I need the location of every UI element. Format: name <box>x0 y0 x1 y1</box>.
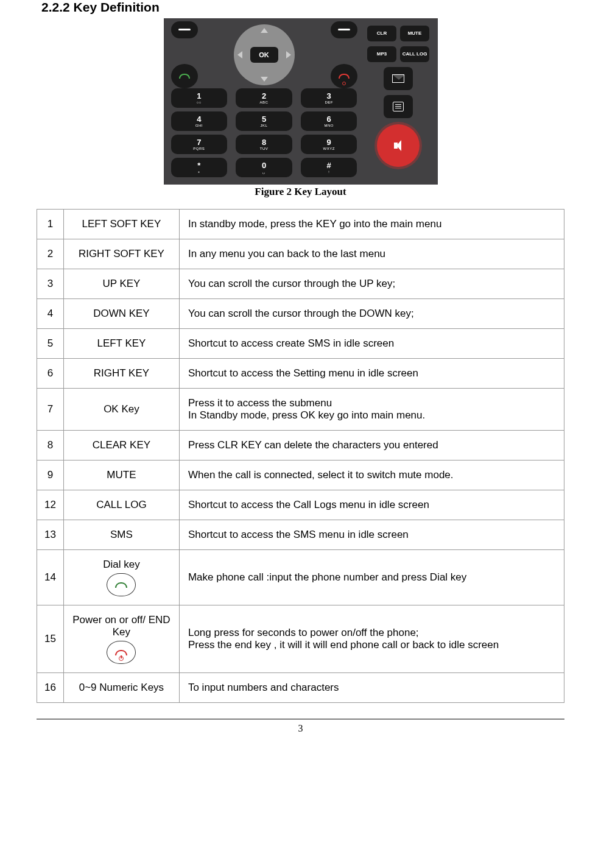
row-description: You can scroll the cursor through the DO… <box>179 299 564 329</box>
row-number: 12 <box>37 490 64 520</box>
numeric-key-*: *+ <box>171 158 228 177</box>
numeric-key-5: 5JKL <box>236 111 292 131</box>
row-number: 15 <box>37 605 64 673</box>
row-number: 14 <box>37 550 64 605</box>
row-number: 4 <box>37 299 64 329</box>
end-key-icon <box>331 64 357 88</box>
table-row: 4DOWN KEYYou can scroll the cursor throu… <box>37 299 564 329</box>
row-description: To input numbers and characters <box>179 673 564 703</box>
section-heading: 2.2.2 Key Definition <box>37 0 564 15</box>
row-key-name: CALL LOG <box>63 490 179 520</box>
keypad-figure: OK 1○○2ABC3DEF4GHI5JKL6MNO7PQRS8TUV9WXYZ… <box>37 18 564 185</box>
speaker-icon <box>394 140 402 151</box>
row-description: Press CLR KEY can delete the characters … <box>179 431 564 460</box>
table-row: 1LEFT SOFT KEYIn standby mode, press the… <box>37 210 564 239</box>
row-description: When the call is connected, select it to… <box>179 460 564 490</box>
row-description: Press it to access the submenu In Standb… <box>179 389 564 431</box>
row-number: 2 <box>37 239 64 269</box>
book-icon <box>393 102 404 111</box>
speaker-button <box>377 124 420 167</box>
row-number: 3 <box>37 269 64 299</box>
table-row: 14Dial keyMake phone call :input the pho… <box>37 550 564 605</box>
numeric-key-9: 9WXYZ <box>301 135 357 154</box>
row-number: 1 <box>37 210 64 239</box>
row-key-name: OK Key <box>63 389 179 431</box>
row-number: 13 <box>37 520 64 550</box>
row-number: 7 <box>37 389 64 431</box>
page-number: 3 <box>37 723 564 734</box>
right-soft-key <box>331 21 357 38</box>
mute-button: MUTE <box>400 26 429 41</box>
row-number: 5 <box>37 329 64 359</box>
row-description: Make phone call :input the phone number … <box>179 550 564 605</box>
mp3-button: MP3 <box>367 46 396 62</box>
envelope-icon <box>392 74 404 83</box>
row-key-name: LEFT KEY <box>63 329 179 359</box>
dpad: OK <box>234 24 295 85</box>
table-row: 12CALL LOGShortcut to access the Call Lo… <box>37 490 564 520</box>
table-row: 2RIGHT SOFT KEYIn any menu you can back … <box>37 239 564 269</box>
row-key-name: RIGHT KEY <box>63 359 179 389</box>
row-description: Long press for seconds to power on/off t… <box>179 605 564 673</box>
contacts-icon-button <box>384 95 413 118</box>
row-number: 6 <box>37 359 64 389</box>
row-key-name: MUTE <box>63 460 179 490</box>
table-row: 7OK KeyPress it to access the submenu In… <box>37 389 564 431</box>
row-key-name: SMS <box>63 520 179 550</box>
row-number: 16 <box>37 673 64 703</box>
numeric-key-2: 2ABC <box>236 88 292 108</box>
sms-icon-button <box>384 67 413 90</box>
table-row: 3UP KEYYou can scroll the cursor through… <box>37 269 564 299</box>
row-number: 9 <box>37 460 64 490</box>
numeric-key-0: 0␣ <box>236 158 292 177</box>
row-key-name: 0~9 Numeric Keys <box>63 673 179 703</box>
numeric-key-#: #↑ <box>301 158 357 177</box>
numeric-key-8: 8TUV <box>236 135 292 154</box>
clr-button: CLR <box>367 26 396 41</box>
figure-caption: Figure 2 Key Layout <box>37 186 564 198</box>
up-arrow-icon <box>261 28 268 33</box>
numeric-key-4: 4GHI <box>171 111 228 131</box>
numeric-key-6: 6MNO <box>301 111 357 131</box>
row-description: You can scroll the cursor through the UP… <box>179 269 564 299</box>
table-row: 8CLEAR KEYPress CLR KEY can delete the c… <box>37 431 564 460</box>
call-log-button: CALL LOG <box>400 46 429 62</box>
left-soft-key <box>171 21 198 38</box>
footer-rule <box>37 719 564 719</box>
down-arrow-icon <box>261 77 268 82</box>
row-number: 8 <box>37 431 64 460</box>
row-key-name: DOWN KEY <box>63 299 179 329</box>
right-arrow-icon <box>286 51 291 58</box>
table-row: 13SMSShortcut to access the SMS menu in … <box>37 520 564 550</box>
row-description: Shortcut to access the Setting menu in i… <box>179 359 564 389</box>
row-key-name: LEFT SOFT KEY <box>63 210 179 239</box>
row-description: In any menu you can back to the last men… <box>179 239 564 269</box>
row-key-name: Dial key <box>63 550 179 605</box>
table-row: 5LEFT KEYShortcut to access create SMS i… <box>37 329 564 359</box>
numeric-key-3: 3DEF <box>301 88 357 108</box>
row-key-name: RIGHT SOFT KEY <box>63 239 179 269</box>
row-key-name: CLEAR KEY <box>63 431 179 460</box>
row-key-name: UP KEY <box>63 269 179 299</box>
end-key-mini-icon <box>107 641 136 664</box>
table-row: 6RIGHT KEYShortcut to access the Setting… <box>37 359 564 389</box>
ok-button: OK <box>250 47 278 63</box>
row-description: In standby mode, press the KEY go into t… <box>179 210 564 239</box>
row-description: Shortcut to access the SMS menu in idle … <box>179 520 564 550</box>
row-description: Shortcut to access create SMS in idle sc… <box>179 329 564 359</box>
numeric-key-1: 1○○ <box>171 88 228 108</box>
row-description: Shortcut to access the Call Logs menu in… <box>179 490 564 520</box>
table-row: 160~9 Numeric KeysTo input numbers and c… <box>37 673 564 703</box>
numeric-key-7: 7PQRS <box>171 135 228 154</box>
table-row: 15Power on or off/ END KeyLong press for… <box>37 605 564 673</box>
row-key-name: Power on or off/ END Key <box>63 605 179 673</box>
key-definition-table: 1LEFT SOFT KEYIn standby mode, press the… <box>37 209 564 703</box>
table-row: 9MUTEWhen the call is connected, select … <box>37 460 564 490</box>
dial-key-icon <box>171 64 198 88</box>
left-arrow-icon <box>237 51 242 58</box>
dial-key-mini-icon <box>107 573 136 596</box>
